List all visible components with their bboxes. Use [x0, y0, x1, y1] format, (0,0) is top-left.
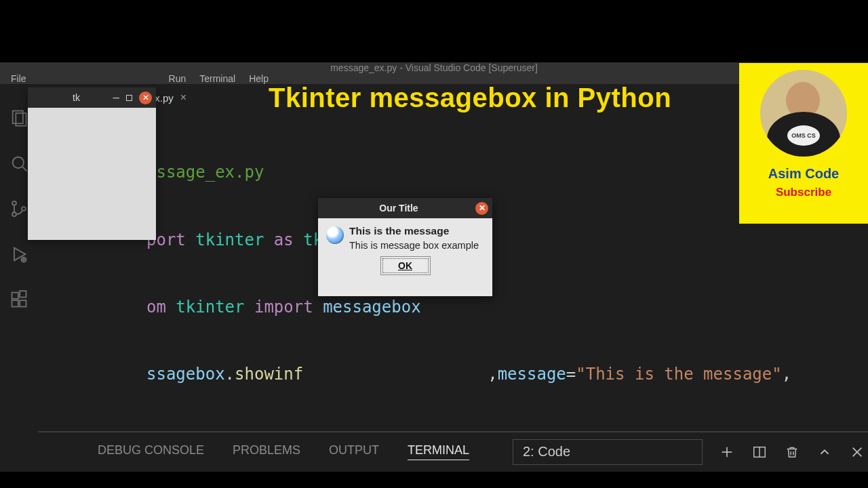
msgbox-detail: This is message box example: [349, 240, 479, 251]
panel-tabs: DEBUG CONSOLE PROBLEMS OUTPUT TERMINAL: [98, 443, 469, 460]
vscode-titlebar: message_ex.py - Visual Studio Code [Supe…: [0, 62, 868, 73]
msgbox-text: This is the message This is message box …: [349, 225, 479, 251]
overlay-heading: Tkinter messagebox in Python: [269, 83, 671, 113]
msgbox-buttons: OK: [318, 256, 492, 282]
split-terminal-icon[interactable]: [751, 444, 768, 460]
tk-blank-window[interactable]: tk – ✕: [28, 87, 156, 240]
tk-titlebar[interactable]: tk – ✕: [28, 87, 156, 108]
maximize-panel-icon[interactable]: [816, 444, 833, 460]
messagebox-dialog[interactable]: Our Title ✕ This is the message This is …: [318, 198, 492, 296]
tab-terminal[interactable]: TERMINAL: [408, 443, 469, 460]
subscribe-card[interactable]: OMS CS Asim Code Subscribe: [739, 63, 868, 224]
channel-name: Asim Code: [768, 166, 839, 182]
subscribe-link[interactable]: Subscribe: [776, 186, 831, 199]
close-icon[interactable]: ✕: [139, 92, 152, 104]
terminal-select[interactable]: 2: Code: [513, 439, 703, 465]
svg-point-2: [13, 157, 24, 168]
svg-rect-11: [12, 293, 18, 299]
window-title: message_ex.py - Visual Studio Code [Supe…: [330, 62, 538, 73]
svg-point-4: [12, 201, 16, 205]
svg-point-6: [22, 207, 26, 211]
svg-rect-14: [20, 291, 26, 297]
source-control-icon[interactable]: [9, 199, 28, 220]
new-terminal-icon[interactable]: [719, 444, 735, 460]
msgbox-title: Our Title: [379, 203, 418, 214]
menu-file[interactable]: File: [4, 73, 33, 84]
avatar-shirt-logo: OMS CS: [787, 125, 820, 146]
extensions-icon[interactable]: [9, 290, 28, 311]
tk-title: tk: [73, 92, 80, 103]
close-panel-icon[interactable]: [849, 444, 865, 460]
info-icon: [326, 226, 344, 244]
bottom-panel: DEBUG CONSOLE PROBLEMS OUTPUT TERMINAL 2…: [38, 431, 868, 472]
msgbox-titlebar[interactable]: Our Title ✕: [318, 198, 492, 218]
kill-terminal-icon[interactable]: [784, 444, 800, 460]
msgbox-body: This is the message This is message box …: [318, 218, 492, 256]
search-icon[interactable]: [9, 154, 28, 175]
code-line-3: om tkinter import messagebox: [38, 296, 868, 319]
tk-window-controls: – ✕: [113, 92, 152, 104]
svg-rect-12: [12, 300, 18, 306]
close-icon[interactable]: ✕: [475, 202, 488, 215]
maximize-icon[interactable]: [126, 95, 132, 101]
tk-body: [28, 108, 156, 240]
explorer-icon[interactable]: [9, 108, 28, 129]
run-debug-icon[interactable]: [9, 245, 28, 266]
svg-rect-13: [20, 300, 26, 306]
svg-line-3: [22, 167, 27, 171]
menu-run[interactable]: Run: [162, 73, 193, 84]
msgbox-heading: This is the message: [349, 225, 479, 237]
select-value: 2: Code: [523, 444, 570, 460]
code-line-4: ssagebox.showinf,message="This is the me…: [38, 363, 868, 386]
avatar: OMS CS: [760, 70, 847, 157]
tab-output[interactable]: OUTPUT: [329, 443, 379, 460]
svg-point-5: [12, 212, 16, 216]
tab-debug-console[interactable]: DEBUG CONSOLE: [98, 443, 204, 460]
close-icon[interactable]: ×: [180, 92, 186, 104]
tab-problems[interactable]: PROBLEMS: [233, 443, 300, 460]
ok-button[interactable]: OK: [380, 256, 431, 275]
menu-terminal[interactable]: Terminal: [193, 73, 242, 84]
minimize-icon[interactable]: –: [113, 95, 119, 100]
panel-right: 2: Code: [513, 439, 865, 465]
